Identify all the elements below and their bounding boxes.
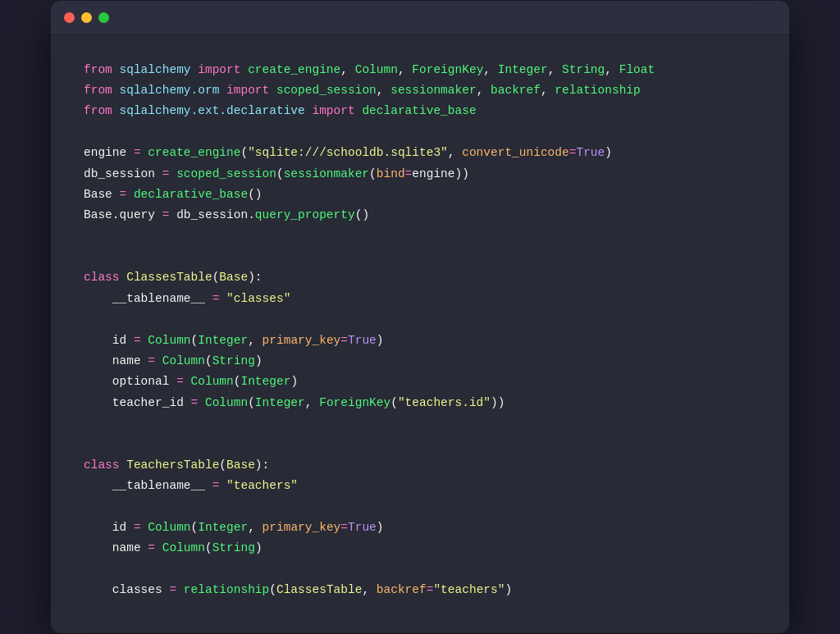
code-line-6: Base = declarative_base() — [84, 185, 756, 205]
code-line-12: optional = Column(Integer) — [84, 372, 756, 392]
code-line-1: from sqlalchemy import create_engine, Co… — [84, 60, 756, 80]
code-line-17: name = Column(String) — [84, 538, 756, 559]
code-line-18: classes = relationship(ClassesTable, bac… — [84, 580, 756, 600]
code-line-15: __tablename__ = "teachers" — [84, 476, 756, 496]
blank-line-3 — [84, 247, 756, 267]
titlebar — [51, 1, 789, 35]
code-line-13: teacher_id = Column(Integer, ForeignKey(… — [84, 393, 756, 413]
blank-line-6 — [84, 434, 756, 454]
code-line-10: id = Column(Integer, primary_key=True) — [84, 331, 756, 351]
code-editor: from sqlalchemy import create_engine, Co… — [51, 35, 789, 634]
blank-line-8 — [84, 559, 756, 580]
code-line-9: __tablename__ = "classes" — [84, 289, 756, 309]
code-line-8: class ClassesTable(Base): — [84, 267, 756, 288]
close-button[interactable] — [64, 12, 75, 23]
code-line-11: name = Column(String) — [84, 351, 756, 372]
code-line-5: db_session = scoped_session(sessionmaker… — [84, 164, 756, 185]
blank-line-2 — [84, 226, 756, 247]
code-line-2: from sqlalchemy.orm import scoped_sessio… — [84, 80, 756, 101]
code-window: from sqlalchemy import create_engine, Co… — [51, 1, 789, 634]
code-line-3: from sqlalchemy.ext.declarative import d… — [84, 101, 756, 121]
blank-line-1 — [84, 122, 756, 143]
code-line-14: class TeachersTable(Base): — [84, 455, 756, 476]
maximize-button[interactable] — [98, 12, 109, 23]
minimize-button[interactable] — [81, 12, 92, 23]
blank-line-7 — [84, 497, 756, 518]
code-line-16: id = Column(Integer, primary_key=True) — [84, 518, 756, 538]
code-line-4: engine = create_engine("sqlite:///school… — [84, 143, 756, 163]
blank-line-4 — [84, 309, 756, 330]
blank-line-5 — [84, 413, 756, 434]
code-line-7: Base.query = db_session.query_property() — [84, 205, 756, 226]
